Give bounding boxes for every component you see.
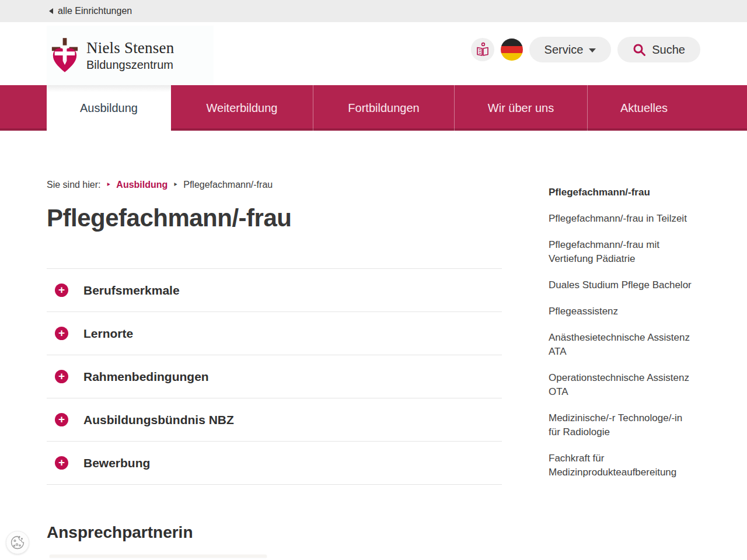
breadcrumb-link-ausbildung[interactable]: Ausbildung <box>116 180 167 190</box>
sidebar-item-radiologie[interactable]: Medizinische/-r Technologe/-in für Radio… <box>549 411 696 439</box>
nav-tab-label: Weiterbildung <box>207 102 278 115</box>
back-arrow-icon <box>49 8 53 14</box>
nav-tab-label: Ausbildung <box>80 102 138 115</box>
header-actions: Service Suche <box>471 37 700 62</box>
accordion-label: Rahmenbedingungen <box>83 370 209 384</box>
header: Niels Stensen Bildungszentrum Service <box>0 22 747 85</box>
nav-tab-fortbildungen[interactable]: Fortbildungen <box>313 85 454 131</box>
service-label: Service <box>544 43 584 57</box>
nav-tab-weiterbildung[interactable]: Weiterbildung <box>171 85 313 131</box>
sub-navigation: Pflegefachmann/-frau Pflegefachmann/-fra… <box>549 186 696 492</box>
breadcrumb-current: Pflegefachmann/-frau <box>183 180 273 190</box>
nav-tab-wir-ueber-uns[interactable]: Wir über uns <box>454 85 587 131</box>
logo-subname: Bildungszentrum <box>86 58 174 71</box>
sidebar-item-pflegefachmann[interactable]: Pflegefachmann/-frau <box>549 186 696 200</box>
utility-bar: alle Einrichtungen <box>0 0 747 22</box>
main-content: Sie sind hier: ‣ Ausbildung ‣ Pflegefach… <box>47 175 502 558</box>
sidebar-item-medizinprodukteaufbereitung[interactable]: Fachkraft für Medizinprodukteaufbereitun… <box>549 452 696 480</box>
contact-heading: Ansprechpartnerin <box>47 523 502 542</box>
accordion-item-berufsmerkmale[interactable]: + Berufsmerkmale <box>47 269 502 312</box>
service-menu-button[interactable]: Service <box>529 37 612 62</box>
easy-language-book-icon <box>476 42 490 57</box>
easy-language-button[interactable] <box>471 38 494 61</box>
sidebar-item-pflegefachmann-paediatrie[interactable]: Pflegefachmann/-frau mit Vertiefung Pädi… <box>549 238 696 266</box>
nav-tab-label: Aktuelles <box>620 102 668 115</box>
sidebar-item-pflegefachmann-teilzeit[interactable]: Pflegefachmann/-frau in Teilzeit <box>549 212 696 226</box>
heart-cross-logo-icon <box>50 38 79 73</box>
german-flag-language-button[interactable] <box>501 38 523 61</box>
accordion-item-rahmenbedingungen[interactable]: + Rahmenbedingungen <box>47 355 502 398</box>
accordion-item-ausbildungsbuendnis-nbz[interactable]: + Ausbildungsbündnis NBZ <box>47 398 502 442</box>
breadcrumb-arrow-icon: ‣ <box>173 180 178 190</box>
search-button[interactable]: Suche <box>617 37 700 62</box>
plus-icon: + <box>55 456 68 470</box>
sidebar-item-ota[interactable]: Operationstechnische Assistenz OTA <box>549 371 696 399</box>
sidebar-item-ata[interactable]: Anästhesietechnische Assistenz ATA <box>549 331 696 359</box>
plus-icon: + <box>55 370 68 383</box>
accordion-item-bewerbung[interactable]: + Bewerbung <box>47 442 502 485</box>
nav-tab-label: Fortbildungen <box>348 102 419 115</box>
logo[interactable]: Niels Stensen Bildungszentrum <box>47 26 214 85</box>
cookie-settings-button[interactable] <box>6 531 29 554</box>
plus-icon: + <box>55 413 68 426</box>
nav-spacer-right <box>700 85 747 131</box>
nav-tab-label: Wir über uns <box>488 102 554 115</box>
page-title: Pflegefachmann/-frau <box>47 204 502 232</box>
nav-spacer-left <box>0 85 47 131</box>
all-facilities-back-link[interactable]: alle Einrichtungen <box>49 6 132 16</box>
breadcrumb-arrow-icon: ‣ <box>106 180 111 190</box>
search-icon <box>633 43 646 57</box>
logo-name: Niels Stensen <box>86 40 174 57</box>
main-navigation: Ausbildung Weiterbildung Fortbildungen W… <box>0 85 747 131</box>
contact-photo-top-edge <box>50 555 267 558</box>
cookie-icon <box>10 535 25 550</box>
plus-icon: + <box>55 327 68 340</box>
accordion-label: Bewerbung <box>83 456 150 470</box>
chevron-down-icon <box>589 48 596 52</box>
nav-tab-ausbildung[interactable]: Ausbildung <box>47 85 171 131</box>
accordion-item-lernorte[interactable]: + Lernorte <box>47 312 502 355</box>
nav-tab-aktuelles[interactable]: Aktuelles <box>587 85 700 131</box>
accordion-label: Lernorte <box>83 327 133 341</box>
breadcrumb-prefix: Sie sind hier: <box>47 180 101 190</box>
breadcrumb: Sie sind hier: ‣ Ausbildung ‣ Pflegefach… <box>47 180 502 190</box>
sidebar-item-duales-studium[interactable]: Duales Studium Pflege Bachelor <box>549 278 696 292</box>
accordion-label: Ausbildungsbündnis NBZ <box>83 413 234 427</box>
back-link-label: alle Einrichtungen <box>58 6 132 16</box>
accordion-label: Berufsmerkmale <box>83 284 180 298</box>
logo-text: Niels Stensen Bildungszentrum <box>86 40 174 72</box>
search-label: Suche <box>652 43 685 57</box>
plus-icon: + <box>55 284 68 297</box>
accordion: + Berufsmerkmale + Lernorte + Rahmenbedi… <box>47 268 502 485</box>
sidebar-item-pflegeassistenz[interactable]: Pflegeassistenz <box>549 304 696 318</box>
